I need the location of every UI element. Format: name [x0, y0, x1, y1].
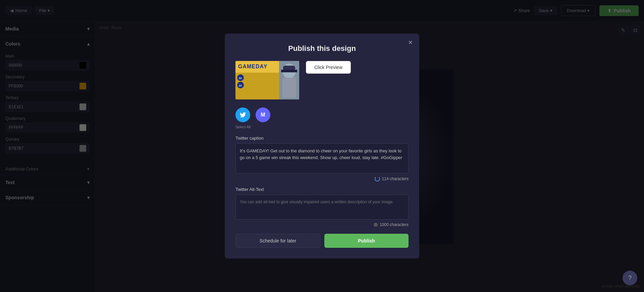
twitter-social-item	[235, 107, 250, 122]
modal-title: Publish this design	[235, 44, 409, 53]
mastodon-social-item: M	[256, 107, 270, 122]
caption-char-count: 114 characters	[382, 176, 409, 181]
modal-preview-row: GAMEDAY 22 22 Click Preview	[235, 61, 409, 99]
select-all-label[interactable]: Select All	[235, 125, 409, 129]
svg-text:22: 22	[239, 84, 242, 87]
svg-rect-18	[282, 78, 296, 98]
help-button[interactable]: ?	[623, 271, 637, 285]
alt-count-icon	[374, 223, 378, 227]
publish-modal: × Publish this design GAMEDAY 22 22	[225, 33, 419, 259]
social-icons-row: M	[235, 107, 409, 122]
alt-text-textarea[interactable]	[235, 195, 409, 220]
twitter-icon[interactable]	[235, 107, 250, 122]
alt-char-count-row: 1000 characters	[235, 222, 409, 227]
alt-text-label: Twitter Alt-Text	[235, 187, 409, 192]
mastodon-letter: M	[261, 112, 265, 118]
modal-overlay: × Publish this design GAMEDAY 22 22	[0, 0, 644, 292]
modal-preview-image: GAMEDAY 22 22	[235, 61, 299, 99]
svg-text:GAMEDAY: GAMEDAY	[238, 64, 267, 69]
twitter-caption-textarea[interactable]: It's GAMEDAY! Get out to the diamond to …	[235, 143, 409, 173]
help-icon: ?	[628, 275, 632, 282]
svg-text:22: 22	[239, 77, 242, 80]
char-count-spinner-icon	[375, 176, 380, 181]
mastodon-icon[interactable]: M	[256, 107, 270, 122]
click-preview-button[interactable]: Click Preview	[306, 61, 351, 74]
caption-char-count-row: 114 characters	[235, 176, 409, 181]
twitter-caption-label: Twitter caption	[235, 136, 409, 141]
modal-close-button[interactable]: ×	[408, 39, 413, 46]
publish-modal-button[interactable]: Publish	[324, 234, 409, 248]
schedule-later-button[interactable]: Schedule for later	[235, 234, 320, 248]
click-preview-container: Click Preview	[306, 61, 351, 74]
alt-char-count: 1000 characters	[380, 222, 409, 227]
modal-footer: Schedule for later Publish	[235, 234, 409, 248]
svg-rect-20	[281, 70, 297, 72]
